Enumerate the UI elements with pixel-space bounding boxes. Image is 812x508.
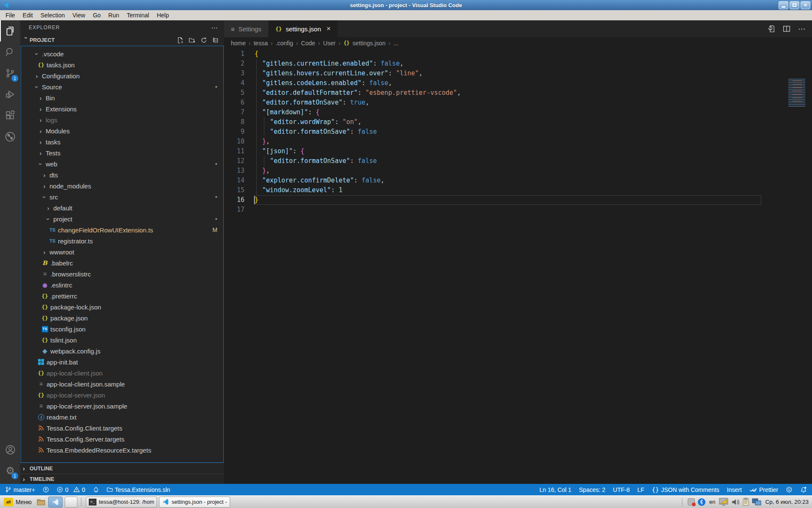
code-line[interactable]: 8 "editor.wordWrap": "on", [224,117,812,127]
activitybar-settings[interactable]: ⚙ 1 [0,460,20,481]
menu-terminal[interactable]: Terminal [123,11,153,19]
tab-settings[interactable]: ≡ Settings [224,20,269,37]
tree-item[interactable]: TSregistrator.ts [21,235,223,246]
tree-item[interactable]: TSchangeFieldOrRowUIExtension.tsM [21,224,223,235]
tree-item[interactable]: Tessa.Config.Client.targets [21,422,223,433]
menu-edit[interactable]: Edit [19,11,37,19]
start-menu-button[interactable]: alt Меню [2,496,34,508]
solution-item[interactable]: Tessa.Extensions.sln [107,486,170,493]
outline-section[interactable]: › OUTLINE [20,463,224,474]
tree-item[interactable]: ›Modules [21,125,223,136]
breadcrumb-item[interactable]: settings.json [353,40,386,47]
notifications-bell-icon[interactable] [800,486,807,493]
tree-item[interactable]: ›dts [21,169,223,180]
tree-item[interactable]: ≡.browserslistrc [21,268,223,279]
code-line[interactable]: 13 }, [224,166,812,176]
maximize-button[interactable] [790,1,799,9]
minimize-button[interactable] [779,1,788,9]
clipboard-icon[interactable] [743,498,749,506]
tree-item[interactable]: ›Tests [21,147,223,158]
network-monitors-icon[interactable] [752,498,761,506]
project-section-header[interactable]: › PROJECT [20,35,224,46]
code-line[interactable]: 5 "editor.defaultFormatter": "esbenp.pre… [224,88,812,98]
code-line[interactable]: 17 [224,205,812,215]
activitybar-search[interactable] [0,41,20,63]
formatter-item[interactable]: Prettier [749,486,778,493]
empty-launcher-button[interactable] [65,497,77,508]
code-line[interactable]: 15 "window.zoomLevel": 1 [224,185,812,195]
breadcrumb-item[interactable]: Code [301,40,315,47]
activitybar-account[interactable] [0,439,20,460]
minimap[interactable] [787,79,809,107]
eol-sequence[interactable]: LF [637,486,644,493]
vscode-launcher[interactable] [48,497,63,508]
breadcrumb-item[interactable]: tessa [254,40,268,47]
menu-go[interactable]: Go [89,11,104,19]
tree-item[interactable]: ◉.eslintrc [21,279,223,290]
sync-item[interactable] [43,486,49,493]
bluetooth-icon[interactable] [698,498,705,506]
menu-run[interactable]: Run [104,11,123,19]
split-editor-icon[interactable] [783,25,790,33]
indentation[interactable]: Spaces: 2 [579,486,605,493]
tree-item[interactable]: ›node_modules [21,180,223,191]
activitybar-source-control[interactable]: 1 [0,63,20,84]
tree-item[interactable]: Tessa.EmbeddedResourceEx.targets [21,444,223,456]
tree-item[interactable]: Tessa.Config.Server.targets [21,433,223,444]
activitybar-gitlens[interactable] [0,126,20,147]
tree-item[interactable]: app-init.bat [21,356,223,367]
code-line[interactable]: 10 }, [224,137,812,146]
views-more-icon[interactable]: ⋯ [211,24,218,32]
tree-item[interactable]: {}package.json [21,312,223,323]
tree-item[interactable]: {}tasks.json [21,59,223,70]
display-settings-icon[interactable] [719,498,728,506]
menu-help[interactable]: Help [153,11,173,19]
tree-item[interactable]: ◈webpack.config.js [21,345,223,356]
gitlens-mode-item[interactable] [93,486,99,493]
code-line[interactable]: 12 "editor.formatOnSave": false [224,156,812,166]
code-line[interactable]: 7 "[markdown]": { [224,108,812,117]
tree-item[interactable]: ≡app-local-server.json.sample [21,400,223,411]
tree-item[interactable]: TStsconfig.json [21,323,223,334]
clock[interactable]: Ср, 6 июл, 20:23 [764,499,809,505]
tree-item[interactable]: {}app-local-server.json [21,389,223,400]
encoding[interactable]: UTF-8 [613,486,630,493]
tree-item[interactable]: ›Configuration [21,70,223,81]
tree-item[interactable]: ›Bin [21,92,223,103]
refresh-icon[interactable] [200,37,207,44]
tree-item[interactable]: ›project● [21,213,223,224]
taskbar-window-button[interactable]: >_tessa@host-129: /home/te... [86,497,157,508]
tree-item[interactable]: ›.vscode [21,48,223,59]
menu-file[interactable]: File [2,11,19,19]
tree-item[interactable]: ›web● [21,158,223,169]
lock-tray-icon[interactable] [688,498,695,505]
timeline-section[interactable]: › TIMELINE [20,474,224,484]
code-line[interactable]: 3 "gitlens.hovers.currentLine.over": "li… [224,69,812,78]
problems-item[interactable]: 0 0 [57,486,85,493]
tree-item[interactable]: {}package-lock.json [21,301,223,312]
tree-item[interactable]: {}.prettierrc [21,290,223,301]
breadcrumb-item[interactable]: home [231,40,246,47]
code-editor[interactable]: 1{2 "gitlens.currentLine.enabled": false… [224,49,812,484]
cursor-position[interactable]: Ln 16, Col 1 [540,486,572,493]
tree-item[interactable]: ›logs [21,114,223,125]
code-line[interactable]: 11 "[json]": { [224,146,812,156]
tree-item[interactable]: ≡app-local-client.json.sample [21,378,223,389]
keyboard-layout[interactable]: en [708,499,716,505]
code-line[interactable]: 14 "explorer.confirmDelete": false, [224,176,812,185]
tree-item[interactable]: {}tslint.json [21,334,223,345]
activitybar-explorer[interactable] [0,20,20,41]
breadcrumb-item[interactable]: .config [276,40,293,47]
tree-item[interactable]: ireadme.txt [21,411,223,422]
new-file-icon[interactable] [177,37,184,44]
code-line[interactable]: 1{ [224,49,812,59]
language-mode[interactable]: {} JSON with Comments [652,486,719,493]
tree-item[interactable]: B.babelrc [21,257,223,268]
editor-more-icon[interactable]: ⋯ [798,25,805,33]
tree-item[interactable]: ›tasks [21,136,223,147]
menu-selection[interactable]: Selection [37,11,69,19]
menu-view[interactable]: View [69,11,89,19]
code-line[interactable]: 6 "editor.formatOnSave": true, [224,98,812,108]
code-line[interactable]: 4 "gitlens.codeLens.enabled": false, [224,78,812,88]
taskbar-window-button[interactable]: settings.json - project - Vis... [159,497,230,508]
